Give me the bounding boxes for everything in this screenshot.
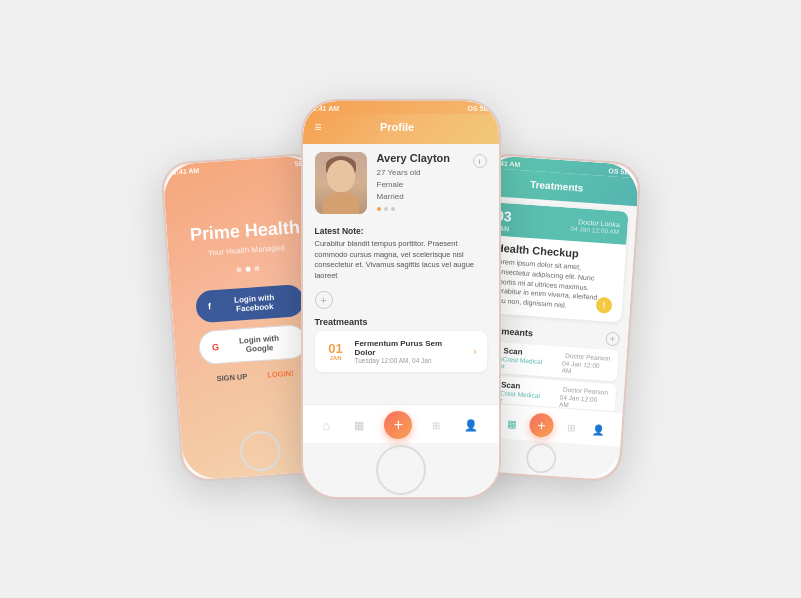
profile-status: Married (377, 191, 457, 203)
profile-dot-3 (391, 207, 395, 211)
profile-name: Avery Clayton (377, 152, 457, 164)
phone-profile: 9:41 AM OS 5B ≡ Profile (301, 99, 501, 499)
treatment-date: 01 JAN (325, 342, 347, 361)
profile-gender: Female (377, 179, 457, 191)
tlc-time-0: 04 Jan 12:00 AM (561, 359, 610, 376)
home-button-3[interactable] (525, 442, 557, 474)
hamburger-icon[interactable]: ≡ (315, 120, 322, 134)
profile-dot-2 (384, 207, 388, 211)
google-icon: G (211, 341, 219, 351)
avatar (315, 152, 367, 214)
profile-details: Avery Clayton 27 Years old Female Marrie… (377, 152, 457, 211)
dot-2 (244, 266, 249, 271)
phones-container: 9:41 AM 5B ▪ Prime Health Your Health Ma… (0, 0, 801, 598)
app-title: Prime Health (189, 217, 300, 246)
nav-person-icon-3[interactable]: 👤 (588, 421, 609, 437)
status-icons-3: OS 5B (608, 167, 629, 175)
info-icon[interactable]: i (473, 154, 487, 168)
treatment-info: Fermentum Purus Sem Dolor Tuesday 12:00 … (355, 339, 466, 364)
login-links: SIGN UP LOGIN! (215, 358, 294, 390)
facebook-button-label: Login with Facebook (216, 291, 292, 314)
health-card: 03 JAN Doctor Looka 04 Jan 12:00 AM Heal… (481, 202, 628, 322)
profile-dots (377, 207, 457, 211)
treatment-time: Tuesday 12:00 AM, 04 Jan (355, 357, 466, 364)
status-time-1: 9:41 AM (172, 167, 199, 176)
dot-1 (235, 267, 240, 272)
nav-home-icon[interactable]: ⌂ (319, 416, 335, 435)
home-button-2[interactable] (376, 445, 426, 495)
nav-calendar-icon[interactable]: ▦ (350, 417, 368, 434)
status-icons-2: OS 5B (467, 105, 488, 112)
app-subtitle: Your Health Managed (207, 243, 285, 257)
profile-header: ≡ Profile (303, 114, 499, 144)
treatments-section: Treatmeants 01 JAN Fermentum Purus Sem D… (303, 313, 499, 404)
profile-header-title: Profile (322, 121, 473, 133)
login-buttons: f Login with Facebook G Login with Googl… (186, 283, 315, 365)
treatments-header-bar: ≡ Treatments (493, 174, 626, 197)
nav-grid-icon[interactable]: ⊞ (428, 418, 444, 433)
profile-age: 27 Years old (377, 167, 457, 179)
date-number: 01 (325, 342, 347, 355)
note-text: Curabitur blandit tempus porttitor. Prae… (315, 239, 487, 281)
dot-3 (253, 265, 258, 270)
treatment-name: Fermentum Purus Sem Dolor (355, 339, 466, 357)
avatar-body (323, 192, 359, 214)
google-button-label: Login with Google (224, 332, 294, 355)
facebook-login-button[interactable]: f Login with Facebook (194, 283, 304, 322)
chevron-right-icon: › (473, 346, 476, 357)
login-link[interactable]: LOGIN! (266, 368, 293, 379)
nav-add-button-3[interactable]: + (528, 412, 554, 438)
treatments-title: Treatmeants (315, 317, 487, 327)
nav-add-button[interactable]: + (384, 411, 412, 439)
facebook-icon: f (207, 301, 211, 311)
signup-link[interactable]: SIGN UP (216, 372, 247, 383)
treatments-header-spacer (612, 190, 626, 191)
avatar-image (315, 152, 367, 214)
nav-calendar-icon-3[interactable]: ▦ (502, 415, 520, 431)
profile-header-bar: ≡ Profile (315, 120, 487, 134)
note-section: Latest Note: Curabitur blandit tempus po… (303, 222, 499, 287)
profile-screen: 9:41 AM OS 5B ≡ Profile (303, 101, 499, 497)
nav-grid-icon-3[interactable]: ⊞ (562, 419, 579, 435)
avatar-face (327, 160, 355, 192)
status-time-2: 9:41 AM (313, 105, 340, 112)
bottom-nav-2: ⌂ ▦ + ⊞ 👤 (303, 404, 499, 443)
health-card-body: Health Checkup Lorem ipsum dolor sit ame… (481, 235, 626, 323)
profile-info: Avery Clayton 27 Years old Female Marrie… (303, 144, 499, 222)
profile-dot-1 (377, 207, 381, 211)
add-treatment-button[interactable]: + (605, 331, 620, 346)
treatments-header-title: Treatments (501, 176, 612, 195)
nav-person-icon[interactable]: 👤 (460, 417, 482, 434)
home-button-1[interactable] (238, 430, 281, 473)
hc-doctor-info: Doctor Looka 04 Jan 12:00 AM (570, 217, 620, 234)
treatment-card[interactable]: 01 JAN Fermentum Purus Sem Dolor Tuesday… (315, 331, 487, 372)
note-label: Latest Note: (315, 226, 487, 236)
dots-indicator (235, 265, 258, 272)
add-note-button[interactable]: + (315, 291, 333, 309)
status-bar-2: 9:41 AM OS 5B (303, 101, 499, 114)
